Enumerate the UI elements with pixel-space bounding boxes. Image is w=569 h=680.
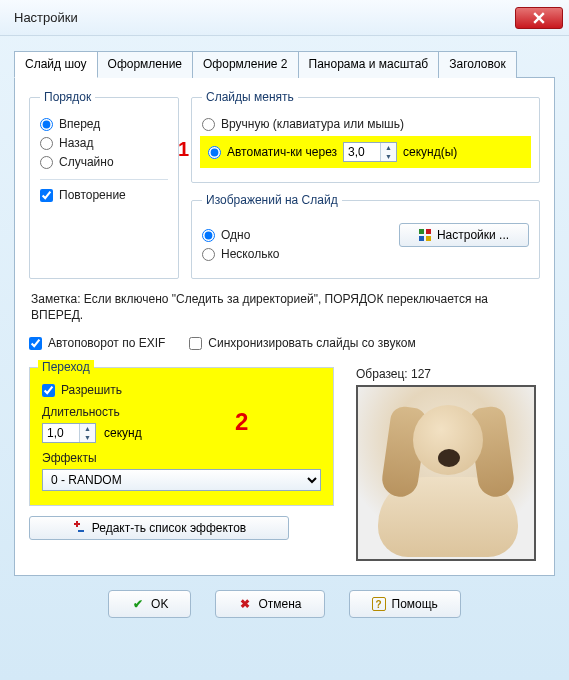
window-title: Настройки: [14, 10, 78, 25]
cancel-button[interactable]: ✖ Отмена: [215, 590, 324, 618]
spin-down-icon[interactable]: ▼: [80, 433, 95, 442]
tab-pan-zoom[interactable]: Панорама и масштаб: [298, 51, 440, 78]
duration-label: Длительность: [42, 405, 321, 419]
transition-group: Переход 2 Разрешить Длительность ▲ ▼: [29, 367, 334, 506]
images-per-slide-group: Изображений на Слайд Одно Несколько: [191, 193, 540, 279]
radio-manual-input[interactable]: [202, 118, 215, 131]
check-repeat-label: Повторение: [59, 188, 126, 202]
tab-content: Порядок Вперед Назад Случайно Повторение: [14, 77, 555, 576]
check-exif[interactable]: Автоповорот по EXIF: [29, 336, 165, 350]
check-exif-label: Автоповорот по EXIF: [48, 336, 165, 350]
tab-style2[interactable]: Оформление 2: [192, 51, 299, 78]
order-legend: Порядок: [40, 90, 95, 104]
radio-manual-label: Вручную (клавиатура или мышь): [221, 117, 404, 131]
effects-label: Эффекты: [42, 451, 321, 465]
auto-seconds-spinner[interactable]: ▲ ▼: [343, 142, 397, 162]
check-enable-transition-label: Разрешить: [61, 383, 122, 397]
check-repeat-input[interactable]: [40, 189, 53, 202]
radio-many-images-label: Несколько: [221, 247, 279, 261]
radio-many-images[interactable]: Несколько: [202, 247, 385, 261]
radio-auto-input[interactable]: [208, 146, 221, 159]
note-text: Заметка: Если включено "Следить за дирек…: [31, 291, 538, 323]
annotation-2-marker: 2: [235, 408, 248, 436]
sample-area: Образец: 127: [356, 367, 536, 561]
tab-style[interactable]: Оформление: [97, 51, 193, 78]
ips-settings-button[interactable]: Настройки ...: [399, 223, 529, 247]
check-icon: ✔: [131, 597, 145, 611]
edit-effects-button[interactable]: Редакт-ть список эффектов: [29, 516, 289, 540]
radio-forward-input[interactable]: [40, 118, 53, 131]
radio-random[interactable]: Случайно: [40, 155, 168, 169]
check-sync-input[interactable]: [189, 337, 202, 350]
spin-down-icon[interactable]: ▼: [381, 152, 396, 161]
radio-one-image-input[interactable]: [202, 229, 215, 242]
check-repeat[interactable]: Повторение: [40, 188, 168, 202]
order-group: Порядок Вперед Назад Случайно Повторение: [29, 90, 179, 279]
help-label: Помощь: [392, 597, 438, 611]
check-exif-input[interactable]: [29, 337, 42, 350]
tab-caption[interactable]: Заголовок: [438, 51, 516, 78]
check-enable-transition-input[interactable]: [42, 384, 55, 397]
sample-label: Образец: 127: [356, 367, 536, 381]
bottom-bar: ✔ OK ✖ Отмена ? Помощь: [14, 576, 555, 626]
transition-legend: Переход: [38, 360, 94, 374]
effects-select[interactable]: 0 - RANDOM: [42, 469, 321, 491]
auto-row: 1 Автоматич-ки через ▲ ▼ секунд(ы): [200, 136, 531, 168]
radio-forward-label: Вперед: [59, 117, 100, 131]
radio-one-image-label: Одно: [221, 228, 250, 242]
titlebar: Настройки: [0, 0, 569, 36]
duration-suffix: секунд: [104, 426, 142, 440]
check-enable-transition[interactable]: Разрешить: [42, 383, 321, 397]
radio-random-input[interactable]: [40, 156, 53, 169]
check-sync[interactable]: Синхронизировать слайды со звуком: [189, 336, 415, 350]
auto-seconds-input[interactable]: [344, 143, 380, 161]
ips-legend: Изображений на Слайд: [202, 193, 342, 207]
close-button[interactable]: [515, 7, 563, 29]
radio-forward[interactable]: Вперед: [40, 117, 168, 131]
cancel-label: Отмена: [258, 597, 301, 611]
radio-back[interactable]: Назад: [40, 136, 168, 150]
ok-label: OK: [151, 597, 168, 611]
ok-button[interactable]: ✔ OK: [108, 590, 191, 618]
radio-many-images-input[interactable]: [202, 248, 215, 261]
sample-image: [356, 385, 536, 561]
question-icon: ?: [372, 597, 386, 611]
help-button[interactable]: ? Помощь: [349, 590, 461, 618]
radio-auto-label: Автоматич-ки через: [227, 145, 337, 159]
radio-back-label: Назад: [59, 136, 93, 150]
duration-input[interactable]: [43, 424, 79, 442]
annotation-1-marker: 1: [178, 138, 189, 161]
check-sync-label: Синхронизировать слайды со звуком: [208, 336, 415, 350]
duration-spinner[interactable]: ▲ ▼: [42, 423, 96, 443]
auto-seconds-suffix: секунд(ы): [403, 145, 457, 159]
radio-manual[interactable]: Вручную (клавиатура или мышь): [202, 117, 529, 131]
spin-up-icon[interactable]: ▲: [381, 143, 396, 152]
ips-settings-label: Настройки ...: [437, 228, 509, 242]
x-icon: ✖: [238, 597, 252, 611]
radio-random-label: Случайно: [59, 155, 114, 169]
spin-arrows[interactable]: ▲ ▼: [380, 143, 396, 161]
edit-icon: [72, 520, 86, 537]
duration-spin-arrows[interactable]: ▲ ▼: [79, 424, 95, 442]
spin-up-icon[interactable]: ▲: [80, 424, 95, 433]
grid-icon: [419, 229, 431, 241]
change-group: Слайды менять Вручную (клавиатура или мы…: [191, 90, 540, 183]
close-icon: [533, 12, 545, 24]
tab-slideshow[interactable]: Слайд шоу: [14, 51, 98, 78]
radio-one-image[interactable]: Одно: [202, 228, 385, 242]
edit-effects-label: Редакт-ть список эффектов: [92, 521, 246, 535]
change-legend: Слайды менять: [202, 90, 298, 104]
tabbar: Слайд шоу Оформление Оформление 2 Панора…: [14, 51, 555, 78]
radio-back-input[interactable]: [40, 137, 53, 150]
